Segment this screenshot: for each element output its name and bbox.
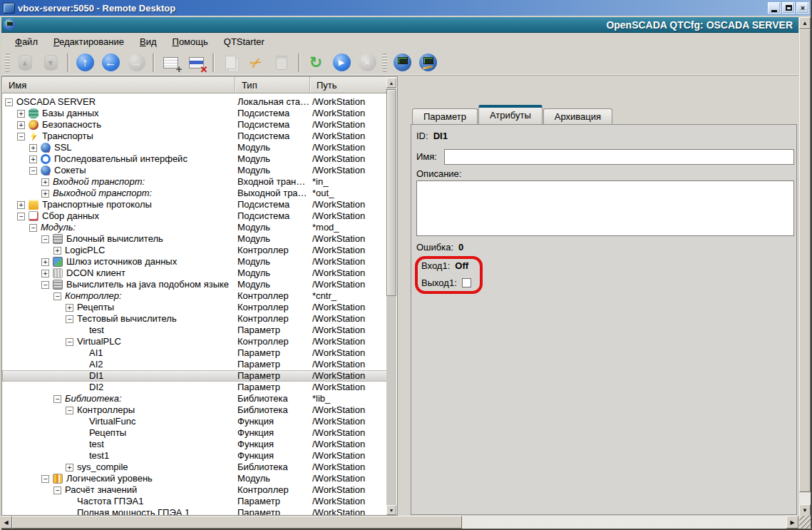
minimize-button[interactable] — [768, 2, 781, 14]
vnc-scroll-left-icon[interactable]: ◀ — [0, 516, 12, 529]
toolbar-handle[interactable] — [382, 53, 387, 72]
maximize-button[interactable] — [782, 2, 795, 14]
tree-row[interactable]: +Входной транспорт:Входной тран…*in_ — [2, 176, 387, 188]
tree-row[interactable]: +Транспортные протоколыПодсистема/WorkSt… — [2, 199, 387, 210]
vnc-hscrollbar-thumb[interactable] — [12, 516, 462, 529]
tree-row[interactable]: +DCON клиентМодуль/WorkStation — [2, 267, 387, 279]
tree-row[interactable]: −OSCADA SERVERЛокальная ста…/WorkStation — [2, 96, 387, 108]
column-header-type[interactable]: Тип — [235, 77, 310, 93]
collapse-icon[interactable]: − — [41, 475, 49, 483]
menu-help[interactable]: Помощь — [165, 34, 216, 49]
tree-row[interactable]: −Модуль:Модуль*mod_ — [2, 222, 387, 233]
app-titlebar[interactable]: OpenSCADA QTCfg: OSCADA SERVER — [1, 17, 798, 33]
collapse-icon[interactable]: − — [29, 224, 37, 232]
up-button[interactable] — [73, 51, 97, 74]
description-textarea[interactable] — [416, 180, 794, 236]
expand-icon[interactable]: + — [29, 144, 37, 152]
menu-file[interactable]: Файл — [7, 34, 46, 49]
expand-icon[interactable]: + — [41, 258, 49, 266]
tree-vertical-scrollbar[interactable]: ▲ ▼ — [386, 78, 396, 515]
tree-row[interactable]: −СокетыМодуль/WorkStation — [2, 165, 387, 176]
collapse-icon[interactable]: − — [29, 167, 37, 175]
tree-row[interactable]: +LogicPLCКонтроллер/WorkStation — [2, 245, 387, 256]
back-button[interactable] — [98, 51, 123, 74]
name-input[interactable] — [444, 149, 794, 165]
output1-checkbox[interactable] — [462, 278, 471, 287]
column-header-name[interactable]: Имя — [2, 77, 235, 93]
expand-icon[interactable]: + — [17, 121, 25, 129]
expand-icon[interactable]: + — [41, 270, 49, 277]
collapse-icon[interactable]: − — [17, 133, 25, 141]
collapse-icon[interactable]: − — [41, 235, 49, 243]
collapse-icon[interactable]: − — [66, 338, 73, 346]
tab-attributes[interactable]: Атрибуты — [478, 105, 543, 124]
collapse-icon[interactable]: − — [53, 486, 61, 494]
expand-icon[interactable]: + — [66, 304, 73, 312]
vnc-vertical-scrollbar[interactable]: ▲ ▼ — [799, 17, 811, 516]
tree-row[interactable]: −Блочный вычислительМодуль/WorkStation — [2, 233, 387, 245]
tree-row[interactable]: РецептыФункция/WorkStation — [2, 427, 387, 439]
tree-row[interactable]: DI2Параметр/WorkStation — [2, 382, 387, 393]
copy-button[interactable] — [218, 51, 242, 74]
save-to-db-button[interactable] — [38, 51, 63, 74]
tree-row[interactable]: −Тестовый вычислительКонтроллер/WorkStat… — [2, 313, 387, 325]
expand-icon[interactable]: + — [17, 201, 25, 209]
load-from-db-button[interactable] — [13, 51, 37, 74]
tree-row[interactable]: test1Функция/WorkStation — [2, 450, 387, 462]
tree-row[interactable]: −Библиотека:Библиотека*lib_ — [2, 393, 387, 404]
expand-icon[interactable]: + — [41, 178, 49, 186]
tree-row[interactable]: testФункция/WorkStation — [2, 439, 387, 450]
vnc-scroll-right-icon[interactable]: ▶ — [786, 516, 798, 529]
tree-row[interactable]: +РецептыКонтроллер/WorkStation — [2, 302, 387, 313]
tree-row[interactable]: −ТранспортыПодсистема/WorkStation — [2, 131, 387, 142]
panel-splitter[interactable] — [398, 76, 405, 516]
qtvision-button[interactable] — [416, 51, 440, 74]
tree-row[interactable]: testПараметр/WorkStation — [2, 325, 387, 336]
vnc-scroll-down-icon[interactable]: ▼ — [799, 504, 811, 516]
tree-row[interactable]: +Базы данныхПодсистема/WorkStation — [2, 108, 387, 119]
column-header-path[interactable]: Путь — [310, 77, 387, 93]
tree-scrollbar-thumb[interactable] — [386, 89, 396, 296]
collapse-icon[interactable]: − — [17, 213, 25, 220]
tree-row[interactable]: +Выходной транспорт:Выходной тра…*out_ — [2, 188, 387, 199]
close-button[interactable]: × — [796, 2, 809, 14]
expand-icon[interactable]: + — [66, 464, 73, 472]
expand-icon[interactable]: + — [53, 247, 61, 255]
delete-item-button[interactable] — [184, 51, 208, 74]
collapse-icon[interactable]: − — [5, 98, 13, 106]
toolbar-handle[interactable] — [5, 53, 10, 72]
tree-row[interactable]: −Логический уровеньМодуль/WorkStation — [2, 473, 387, 484]
tab-parameter[interactable]: Параметр — [412, 108, 478, 124]
menu-edit[interactable]: Редактирование — [46, 34, 132, 49]
scroll-up-icon[interactable]: ▲ — [386, 78, 396, 88]
collapse-icon[interactable]: − — [53, 292, 61, 300]
refresh-button[interactable] — [304, 51, 328, 74]
tree-row[interactable]: −VirtualPLCКонтроллер/WorkStation — [2, 336, 387, 347]
menu-view[interactable]: Вид — [132, 34, 165, 49]
tree-row[interactable]: −Вычислитель на java подобном языкеМодул… — [2, 279, 387, 290]
tree-row[interactable]: AI1Параметр/WorkStation — [2, 347, 387, 359]
expand-icon[interactable]: + — [29, 156, 37, 163]
tree-row[interactable]: −КонтроллерыБиблиотека/WorkStation — [2, 404, 387, 416]
tree-row[interactable]: VirtualFuncФункция/WorkStation — [2, 416, 387, 427]
tree-row[interactable]: +SSLМодуль/WorkStation — [2, 142, 387, 153]
tree-row[interactable]: −Сбор данныхПодсистема/WorkStation — [2, 210, 387, 222]
tree-row[interactable]: +Последовательный интерфейсМодуль/WorkSt… — [2, 153, 387, 165]
vnc-vscrollbar-thumb[interactable] — [799, 29, 811, 492]
tree-row[interactable]: Частота ГПЭА1Параметр/WorkStation — [2, 496, 387, 507]
vnc-scroll-up-icon[interactable]: ▲ — [799, 17, 811, 29]
collapse-icon[interactable]: − — [66, 315, 73, 323]
paste-button[interactable] — [269, 51, 294, 74]
tree-row[interactable]: Полная мощность ГПЭА 1Параметр/WorkStati… — [2, 507, 387, 515]
tree-row[interactable]: AI2Параметр/WorkStation — [2, 359, 387, 370]
cut-button[interactable] — [244, 51, 268, 74]
collapse-icon[interactable]: − — [41, 281, 49, 289]
expand-icon[interactable]: + — [17, 110, 25, 118]
tree-row[interactable]: +sys_compileБиблиотека/WorkStation — [2, 462, 387, 473]
window-titlebar[interactable]: vbox-server:5050 - Remote Desktop × — [0, 0, 812, 16]
qtcfg-button[interactable] — [390, 51, 414, 74]
tab-archiving[interactable]: Архивация — [543, 108, 612, 124]
scroll-down-icon[interactable]: ▼ — [386, 505, 396, 515]
tree-row[interactable]: −Контроллер:Контроллер*cntr_ — [2, 290, 387, 302]
tree-row[interactable]: DI1Параметр/WorkStation — [2, 370, 387, 382]
